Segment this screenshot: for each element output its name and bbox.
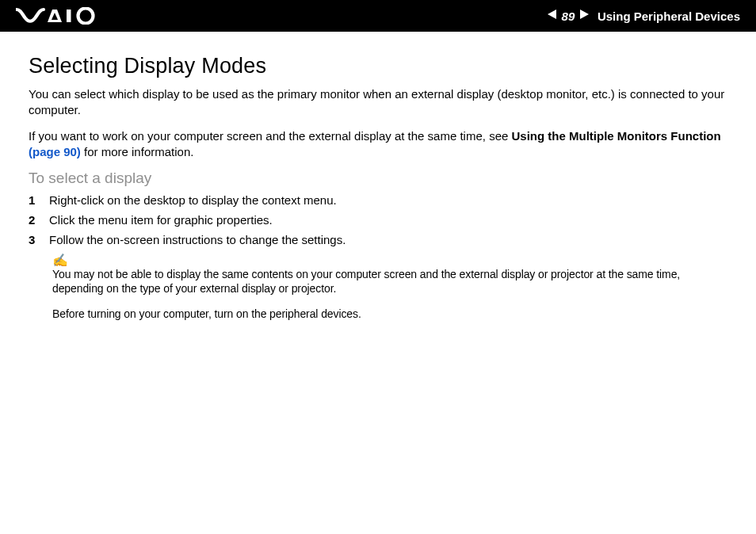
p2-post: for more information. — [81, 145, 194, 158]
svg-point-1 — [78, 9, 94, 24]
svg-marker-3 — [580, 10, 589, 19]
p2-pre: If you want to work on your computer scr… — [29, 129, 511, 143]
section-title[interactable]: Using Peripheral Devices — [598, 10, 740, 23]
note-icon: ✍ — [52, 254, 727, 267]
list-item: 3 Follow the on-screen instructions to c… — [29, 233, 727, 246]
prev-page-icon[interactable] — [547, 9, 558, 23]
procedure-heading: To select a display — [29, 170, 727, 187]
steps-list: 1 Right-click on the desktop to display … — [29, 193, 727, 246]
svg-marker-2 — [548, 10, 556, 19]
note-text-2: Before turning on your computer, turn on… — [52, 307, 727, 321]
page-content: Selecting Display Modes You can select w… — [0, 32, 756, 322]
step-number: 3 — [29, 233, 49, 246]
page-header: 89 Using Peripheral Devices — [0, 0, 756, 32]
page-number: 89 — [559, 10, 577, 23]
step-number: 2 — [29, 213, 49, 227]
page-title: Selecting Display Modes — [29, 54, 727, 78]
header-right: 89 Using Peripheral Devices — [547, 9, 740, 23]
vaio-logo — [16, 7, 103, 25]
p2-link[interactable]: (page 90) — [29, 145, 81, 158]
step-text: Follow the on-screen instructions to cha… — [49, 233, 346, 246]
step-number: 1 — [29, 193, 49, 207]
p2-bold: Using the Multiple Monitors Function — [511, 129, 720, 143]
step-text: Click the menu item for graphic properti… — [49, 213, 273, 227]
step-text: Right-click on the desktop to display th… — [49, 193, 337, 207]
note-text-1: You may not be able to display the same … — [52, 267, 727, 296]
svg-rect-0 — [67, 10, 71, 22]
intro-paragraph-2: If you want to work on your computer scr… — [29, 128, 727, 161]
list-item: 2 Click the menu item for graphic proper… — [29, 213, 727, 227]
list-item: 1 Right-click on the desktop to display … — [29, 193, 727, 207]
next-page-icon[interactable] — [578, 9, 590, 23]
page-nav: 89 — [547, 9, 590, 23]
intro-paragraph-1: You can select which display to be used … — [29, 86, 727, 119]
note-block: ✍ You may not be able to display the sam… — [29, 254, 727, 322]
